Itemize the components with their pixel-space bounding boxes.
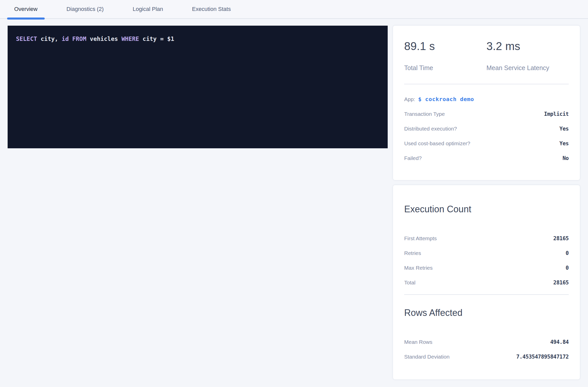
cost-based-optimizer-row: Used cost-based optimizer? Yes [404,140,569,147]
tab-execution-stats[interactable]: Execution Stats [185,0,238,18]
statement-summary-card: 89.1 s Total Time 3.2 ms Mean Service La… [393,26,580,180]
sql-token-keyword: SELECT [16,36,37,42]
mean-latency-metric: 3.2 ms Mean Service Latency [486,40,569,72]
summary-sidebar: 89.1 s Total Time 3.2 ms Mean Service La… [393,26,580,379]
total-row: Total 28165 [404,280,569,286]
failed-row: Failed? No [404,155,569,161]
tab-bar: Overview Diagnostics (2) Logical Plan Ex… [0,0,588,19]
retries-row: Retries 0 [404,250,569,256]
first-attempts-label: First Attempts [404,235,437,241]
sql-token-plain: vehicles [86,36,121,42]
mean-latency-value: 3.2 ms [486,40,569,53]
tab-logical-plan[interactable]: Logical Plan [125,0,170,18]
cost-based-optimizer-label: Used cost-based optimizer? [404,140,470,147]
standard-deviation-label: Standard Deviation [404,354,450,360]
transaction-type-row: Transaction Type Implicit [404,111,569,117]
first-attempts-row: First Attempts 28165 [404,235,569,241]
tab-diagnostics[interactable]: Diagnostics (2) [59,0,111,18]
statement-overview-content: SELECT city, id FROM vehicles WHERE city… [0,19,588,379]
rows-affected-rows: Mean Rows 494.84 Standard Deviation 7.45… [404,339,569,360]
cost-based-optimizer-value: Yes [560,140,569,147]
metrics-row: 89.1 s Total Time 3.2 ms Mean Service La… [404,40,569,72]
tab-overview[interactable]: Overview [7,0,45,18]
mean-rows-value: 494.84 [550,339,569,345]
sql-token-plain: city = $1 [139,36,174,42]
app-row: App: $ cockroach demo [404,96,569,102]
stats-divider [404,294,569,295]
execution-stats-card: Execution Count First Attempts 28165 Ret… [393,185,580,379]
rows-affected-title: Rows Affected [404,308,569,318]
sql-token-keyword: WHERE [121,36,139,42]
failed-value: No [563,155,569,161]
sql-statement-box: SELECT city, id FROM vehicles WHERE city… [8,26,388,148]
execution-count-rows: First Attempts 28165 Retries 0 Max Retri… [404,235,569,286]
total-time-label: Total Time [404,64,486,72]
execution-count-title: Execution Count [404,204,569,215]
app-link[interactable]: $ cockroach demo [418,96,474,102]
mean-latency-label: Mean Service Latency [486,64,569,72]
distributed-execution-value: Yes [560,126,569,132]
total-time-metric: 89.1 s Total Time [404,40,486,72]
distributed-execution-label: Distributed execution? [404,126,457,132]
transaction-type-value: Implicit [544,111,569,117]
standard-deviation-row: Standard Deviation 7.453547895847172 [404,354,569,360]
sql-token-keyword: id [62,36,69,42]
max-retries-value: 0 [566,265,569,271]
mean-rows-row: Mean Rows 494.84 [404,339,569,345]
total-label: Total [404,280,415,286]
failed-label: Failed? [404,155,422,161]
standard-deviation-value: 7.453547895847172 [516,354,569,360]
sql-token-keyword: FROM [72,36,86,42]
retries-value: 0 [566,250,569,256]
retries-label: Retries [404,250,421,256]
mean-rows-label: Mean Rows [404,339,432,345]
summary-rows: App: $ cockroach demo Transaction Type I… [404,96,569,161]
summary-divider [404,84,569,84]
app-label: App: [404,96,415,102]
sql-token-plain [69,36,72,42]
max-retries-row: Max Retries 0 [404,265,569,271]
first-attempts-value: 28165 [553,235,569,241]
transaction-type-label: Transaction Type [404,111,445,117]
total-time-value: 89.1 s [404,40,486,53]
sql-token-plain: city, [37,36,62,42]
distributed-execution-row: Distributed execution? Yes [404,126,569,132]
max-retries-label: Max Retries [404,265,433,271]
total-value: 28165 [553,280,569,286]
